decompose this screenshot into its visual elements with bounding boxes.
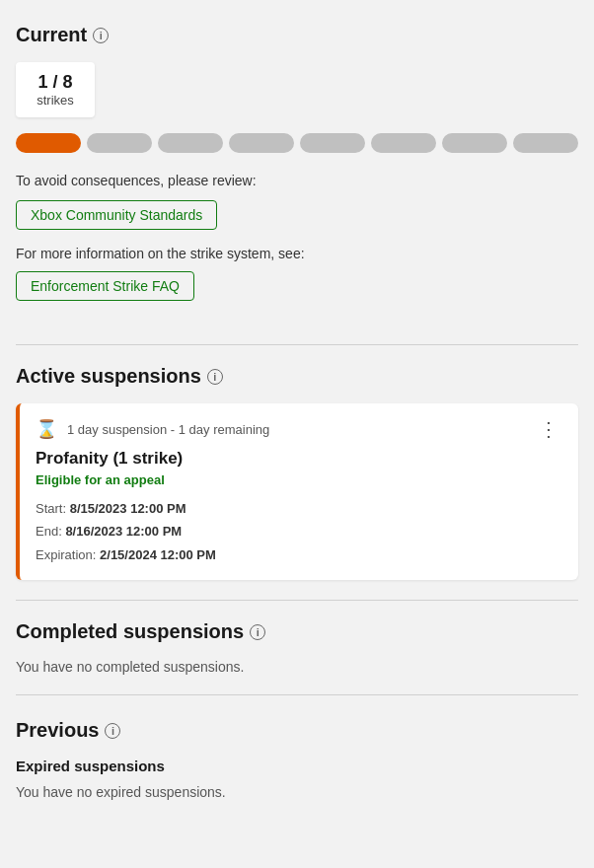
end-label: End: [36, 524, 62, 539]
suspension-duration-text: 1 day suspension - 1 day remaining [67, 422, 269, 437]
current-info-icon[interactable]: i [93, 28, 109, 43]
suspension-title: Profanity (1 strike) [36, 449, 562, 469]
active-suspensions-title-row: Active suspensions i [16, 365, 578, 388]
no-completed-text: You have no completed suspensions. [16, 659, 578, 675]
strike-segment-4 [229, 133, 294, 153]
active-suspensions-section: Active suspensions i ⌛ 1 day suspension … [16, 365, 578, 580]
suspension-start-row: Start: 8/15/2023 12:00 PM [36, 497, 562, 520]
more-options-icon[interactable]: ⋮ [535, 417, 562, 441]
hourglass-icon: ⌛ [36, 418, 57, 440]
expiration-label: Expiration: [36, 547, 96, 562]
completed-suspensions-label: Completed suspensions [16, 620, 244, 643]
current-section: Current i 1 / 8 strikes To avoid consequ… [16, 24, 578, 317]
active-suspensions-label: Active suspensions [16, 365, 201, 388]
section-divider-3 [16, 694, 578, 695]
completed-suspensions-title-row: Completed suspensions i [16, 620, 578, 643]
strike-segment-7 [442, 133, 507, 153]
current-title: Current i [16, 24, 578, 46]
strikes-box: 1 / 8 strikes [16, 62, 95, 117]
faq-section: For more information on the strike syste… [16, 246, 578, 317]
active-suspensions-info-icon[interactable]: i [207, 369, 223, 385]
suspension-header: ⌛ 1 day suspension - 1 day remaining ⋮ [36, 417, 562, 441]
previous-title-row: Previous i [16, 719, 578, 742]
start-label: Start: [36, 501, 66, 516]
strikes-fraction: 1 / 8 [37, 72, 72, 93]
previous-label: Previous [16, 719, 99, 742]
suspension-header-left: ⌛ 1 day suspension - 1 day remaining [36, 418, 269, 440]
strike-segment-5 [300, 133, 365, 153]
strike-segment-6 [371, 133, 436, 153]
section-divider-1 [16, 344, 578, 345]
suspension-appeal-text: Eligible for an appeal [36, 472, 562, 487]
suspension-expiration-row: Expiration: 2/15/2024 12:00 PM [36, 543, 562, 566]
faq-intro-text: For more information on the strike syste… [16, 246, 578, 261]
completed-suspensions-section: Completed suspensions i You have no comp… [16, 620, 578, 675]
completed-suspensions-info-icon[interactable]: i [250, 624, 265, 640]
strikes-label: strikes [37, 93, 74, 108]
previous-info-icon[interactable]: i [105, 723, 120, 739]
enforcement-faq-link[interactable]: Enforcement Strike FAQ [16, 271, 194, 301]
avoid-consequences-text: To avoid consequences, please review: [16, 173, 578, 188]
expired-suspensions-title: Expired suspensions [16, 758, 578, 774]
previous-section: Previous i Expired suspensions You have … [16, 719, 578, 800]
no-expired-text: You have no expired suspensions. [16, 784, 578, 800]
community-standards-link[interactable]: Xbox Community Standards [16, 200, 217, 230]
end-value: 8/16/2023 12:00 PM [65, 524, 182, 539]
suspension-end-row: End: 8/16/2023 12:00 PM [36, 520, 562, 542]
strike-segment-3 [158, 133, 223, 153]
strike-segment-1 [16, 133, 81, 153]
suspension-dates: Start: 8/15/2023 12:00 PM End: 8/16/2023… [36, 497, 562, 566]
start-value: 8/15/2023 12:00 PM [70, 501, 186, 516]
strike-segment-2 [87, 133, 152, 153]
expiration-value: 2/15/2024 12:00 PM [100, 547, 216, 562]
section-divider-2 [16, 600, 578, 601]
current-label: Current [16, 24, 87, 46]
strike-segment-8 [513, 133, 578, 153]
suspension-card: ⌛ 1 day suspension - 1 day remaining ⋮ P… [16, 403, 578, 580]
strikes-bar [16, 133, 578, 153]
